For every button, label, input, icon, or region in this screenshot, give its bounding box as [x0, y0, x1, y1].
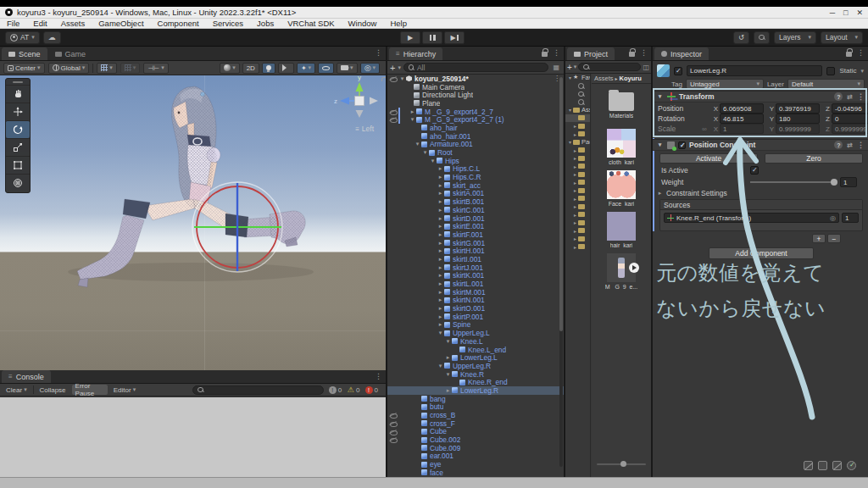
hand-tool-button[interactable] — [6, 85, 30, 103]
static-dropdown-icon[interactable]: ▾ — [860, 68, 864, 75]
hierarchy-item-lowerleg-r[interactable]: ▸LowerLeg.R — [387, 386, 564, 395]
expand-toggle-icon[interactable]: ▸ — [437, 256, 444, 263]
menu-jobs[interactable]: Jobs — [250, 19, 281, 29]
hierarchy-item-upperleg-r[interactable]: ▾UpperLeg.R — [387, 362, 564, 370]
scale-y-field[interactable]: 0.9999999 — [776, 124, 820, 134]
hierarchy-item-skirti-001[interactable]: ▸skirtI.001 — [387, 255, 564, 263]
expand-toggle-icon[interactable]: ▾ — [567, 107, 573, 113]
expand-toggle-icon[interactable]: ▾ — [421, 149, 429, 156]
hidden-packages-icon[interactable]: ◫ — [643, 64, 649, 71]
warning-count-badge[interactable]: ⚠0 — [344, 386, 362, 394]
project-tree-item[interactable]: ▸ — [565, 170, 590, 179]
project-tree-item[interactable]: ▸ — [565, 163, 590, 171]
expand-toggle-icon[interactable]: ▸ — [572, 228, 578, 234]
breadcrumb-root[interactable]: Assets — [594, 75, 614, 82]
expand-toggle-icon[interactable]: ▾ — [444, 338, 452, 345]
menu-gameobject[interactable]: GameObject — [92, 19, 150, 29]
expand-toggle-icon[interactable]: ▸ — [437, 305, 444, 312]
layout-dropdown[interactable]: Layout▾ — [821, 31, 863, 44]
hierarchy-item-root[interactable]: ▾Root — [387, 148, 564, 157]
undo-history-button[interactable]: ↺ — [733, 31, 749, 44]
expand-toggle-icon[interactable]: ▸ — [572, 196, 578, 202]
orientation-gizmo[interactable]: y z — [334, 75, 378, 118]
tab-project[interactable]: Project — [567, 47, 615, 60]
scale-tool-button[interactable] — [6, 138, 30, 156]
scene-picking-icon[interactable]: ▦ — [553, 64, 559, 71]
hierarchy-item-skirtc-001[interactable]: ▸skirtC.001 — [387, 206, 564, 214]
scrollbar-thumb[interactable] — [559, 77, 563, 331]
gizmos-dropdown[interactable]: ◎▾ — [360, 63, 380, 74]
expand-toggle-icon[interactable]: ▸ — [572, 244, 578, 250]
step-button[interactable]: ▶ — [444, 31, 465, 44]
lock-icon[interactable] — [846, 52, 852, 57]
hierarchy-item-cube-002[interactable]: Cube.002 — [387, 435, 564, 444]
hierarchy-item-knee-r[interactable]: ▾Knee.R — [387, 370, 564, 379]
hierarchy-item-skirtf-001[interactable]: ▸skirtF.001 — [387, 230, 564, 239]
transform-tool-button[interactable] — [6, 174, 30, 191]
expand-toggle-icon[interactable]: ▸ — [572, 212, 578, 218]
add-asset-button[interactable]: + — [567, 63, 572, 72]
expand-toggle-icon[interactable]: ▸ — [437, 247, 444, 254]
move-tool-button[interactable] — [6, 103, 30, 120]
component-menu-icon[interactable]: ⋮ — [857, 141, 865, 149]
rotation-z-field[interactable]: 0 — [832, 114, 868, 124]
project-tree-item[interactable] — [565, 82, 590, 91]
expand-toggle-icon[interactable]: ▸ — [437, 165, 444, 172]
weight-slider[interactable] — [750, 181, 835, 183]
hierarchy-item-cross-f[interactable]: cross_F — [387, 419, 564, 428]
hierarchy-item-butu[interactable]: butu — [387, 403, 564, 412]
tab-scene[interactable]: Scene — [2, 47, 47, 60]
project-tree-item[interactable]: ▸ — [565, 130, 590, 139]
close-button[interactable]: ✕ — [856, 8, 863, 17]
expand-toggle-icon[interactable]: ▾ — [398, 75, 406, 82]
project-tree-item[interactable]: ▸ — [565, 122, 590, 130]
expand-toggle-icon[interactable]: ▸ — [437, 280, 444, 287]
hierarchy-item-lowerleg-l[interactable]: ▸LowerLeg.L — [387, 353, 564, 362]
expand-toggle-icon[interactable]: ▸ — [437, 264, 444, 271]
add-object-button[interactable]: + — [390, 63, 395, 73]
link-scale-icon[interactable]: ∞ — [702, 125, 710, 133]
hierarchy-item-directional-light[interactable]: Directional Light — [387, 91, 564, 99]
hierarchy-item-knee-r-end[interactable]: Knee.R_end — [387, 378, 564, 386]
remove-source-button[interactable]: − — [827, 234, 841, 243]
static-checkbox[interactable] — [826, 67, 835, 75]
hierarchy-item-bang[interactable]: bang — [387, 395, 564, 403]
maximize-button[interactable]: □ — [843, 8, 848, 17]
palette-drag-handle[interactable] — [6, 79, 30, 85]
help-icon[interactable]: ? — [834, 92, 843, 101]
expand-toggle-icon[interactable]: ▾ — [567, 75, 573, 80]
rotate-gizmo[interactable] — [192, 182, 282, 272]
expand-toggle-icon[interactable]: ▾ — [429, 158, 437, 164]
visibility-toggle-icon[interactable] — [387, 428, 398, 436]
hierarchy-item-cross-b[interactable]: cross_B — [387, 411, 564, 419]
component-enabled-checkbox[interactable] — [678, 141, 686, 149]
expand-toggle-icon[interactable]: ▾ — [437, 330, 444, 336]
presets-icon[interactable]: ⇄ — [847, 93, 853, 101]
asset-materials[interactable]: Materials — [592, 86, 651, 127]
source-object-field[interactable]: Knee.R_end (Transform) ◎ — [664, 213, 839, 223]
asset-m-g-9-e[interactable]: M _G_9_e... — [592, 252, 651, 293]
asset-zoom-slider[interactable] — [597, 463, 646, 465]
expand-toggle-icon[interactable]: ▸ — [437, 174, 444, 180]
hierarchy-item-skirt-acc[interactable]: ▸skirt_acc — [387, 181, 564, 190]
rotate-tool-button[interactable] — [6, 120, 30, 138]
expand-toggle-icon[interactable]: ▸ — [437, 182, 444, 189]
slider-knob[interactable] — [831, 179, 837, 186]
expand-toggle-icon[interactable]: ▸ — [572, 180, 578, 186]
hierarchy-item-knee-l[interactable]: ▾Knee.L — [387, 337, 564, 346]
info-count-badge[interactable]: !0 — [326, 386, 344, 394]
expand-toggle-icon[interactable]: ▸ — [572, 123, 578, 129]
breadcrumb[interactable]: Assets ▸ Koyuru — [592, 74, 651, 84]
component-menu-icon[interactable]: ⋮ — [857, 93, 865, 101]
menu-component[interactable]: Component — [151, 19, 206, 29]
active-checkbox[interactable] — [674, 67, 682, 75]
menu-window[interactable]: Window — [342, 19, 384, 29]
hierarchy-item-skirte-001[interactable]: ▸skirtE.001 — [387, 222, 564, 230]
play-button[interactable]: ▶ — [400, 31, 420, 44]
editor-dropdown[interactable]: Editor▾ — [110, 385, 139, 395]
hierarchy-item-skirto-001[interactable]: ▸skirtO.001 — [387, 304, 564, 313]
hierarchy-item-skirtp-001[interactable]: ▸skirtP.001 — [387, 313, 564, 321]
expand-toggle-icon[interactable]: ▾ — [567, 139, 573, 145]
weight-field[interactable]: 1 — [840, 177, 857, 187]
rotation-x-field[interactable]: 46.815 — [720, 114, 764, 124]
